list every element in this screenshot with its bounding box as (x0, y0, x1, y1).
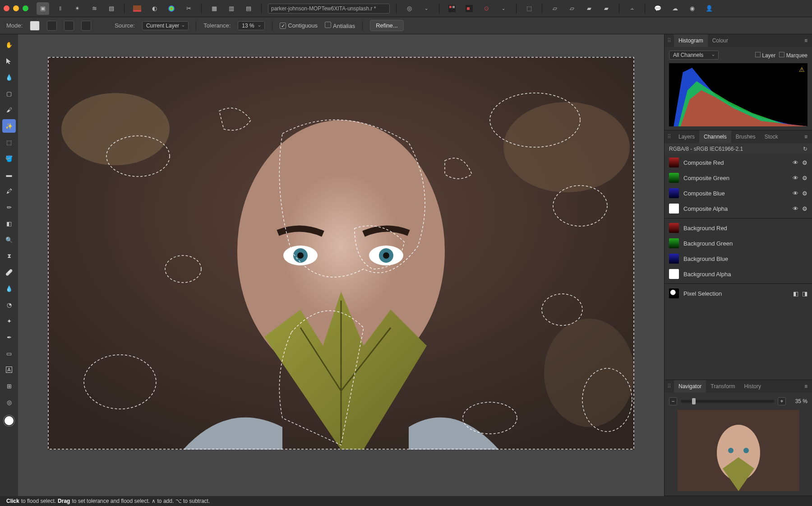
tab-histogram[interactable]: Histogram (674, 34, 708, 47)
clone-tool[interactable]: ⧗ (2, 249, 16, 263)
snap-icon[interactable] (463, 2, 475, 15)
tab-navigator[interactable]: Navigator (674, 380, 706, 393)
channel-row[interactable]: Background Green (664, 236, 812, 251)
channel-row[interactable]: Composite Green👁⚙ (664, 170, 812, 186)
quick-mask-icon[interactable]: ◎ (403, 2, 415, 15)
gradient-tool[interactable]: ▬ (2, 168, 16, 181)
tolerance-input[interactable]: 13 % (238, 21, 265, 30)
navigator-thumbnail[interactable] (678, 410, 799, 491)
tab-brushes[interactable]: Brushes (731, 130, 760, 143)
erase-tool[interactable]: ◧ (2, 217, 16, 230)
assistant-icon[interactable]: ⬚ (523, 2, 535, 15)
photo-persona-icon[interactable]: ▣ (37, 2, 49, 15)
channel-row[interactable]: Composite Alpha👁⚙ (664, 201, 812, 216)
flood-select-tool[interactable]: ✨ (2, 119, 16, 133)
histogram-channels-select[interactable]: All Channels (669, 51, 719, 60)
sync-icon[interactable]: ◉ (686, 2, 698, 15)
mode-add-button[interactable] (47, 21, 57, 31)
canvas-viewport[interactable] (18, 34, 664, 496)
move-tool[interactable] (2, 54, 16, 68)
develop-persona-icon[interactable]: ✴ (71, 2, 83, 15)
clipping-warning-icon[interactable]: ⚠ (799, 66, 805, 73)
document-canvas[interactable] (48, 57, 634, 450)
tab-channels[interactable]: Channels (699, 130, 731, 143)
arrange-front-icon[interactable]: ▰ (600, 2, 613, 15)
panel-menu-icon[interactable]: ≡ (803, 383, 809, 390)
document-filename[interactable]: parker-johnson-MOPTew6XITA-unsplash.r * (268, 4, 390, 14)
mode-intersect-button[interactable] (81, 21, 91, 31)
smudge-tool[interactable]: 💧 (2, 282, 16, 295)
tab-layers[interactable]: Layers (674, 130, 699, 143)
tab-transform[interactable]: Transform (706, 380, 739, 393)
marquee-tool[interactable]: ⬚ (2, 135, 16, 149)
export-persona-icon[interactable]: ▧ (105, 2, 118, 15)
tone-map-persona-icon[interactable]: ≋ (88, 2, 101, 15)
fullscreen-window-button[interactable] (23, 5, 28, 11)
grid-toggle-icon[interactable] (446, 2, 458, 15)
visibility-icon[interactable]: 👁 (793, 190, 798, 197)
zoom-slider[interactable] (681, 400, 774, 403)
antialias-checkbox[interactable]: Antialias (325, 22, 355, 29)
panel-drag-handle[interactable]: ⠿ (667, 37, 671, 44)
close-window-button[interactable] (4, 5, 9, 11)
panel-drag-handle[interactable]: ⠿ (667, 383, 671, 390)
align-icon[interactable]: ⫠ (626, 2, 638, 15)
minimize-window-button[interactable] (13, 5, 19, 11)
layer-checkbox[interactable]: Layer (755, 52, 775, 59)
mesh-tool[interactable]: ⊞ (2, 379, 16, 393)
inpaint-tool[interactable]: 🩹 (2, 265, 16, 279)
reset-profile-icon[interactable]: ↻ (803, 146, 807, 152)
snapping-toggle-icon[interactable]: ⊙ (480, 2, 493, 15)
deselect-icon[interactable]: ▥ (225, 2, 238, 15)
dodge-tool[interactable]: ◔ (2, 298, 16, 311)
flood-fill-tool[interactable]: 🪣 (2, 152, 16, 165)
panel-menu-icon[interactable]: ≡ (803, 37, 809, 44)
arrange-back-icon[interactable]: ▱ (549, 2, 561, 15)
color-wheel-icon[interactable] (165, 2, 178, 15)
zoom-out-button[interactable]: − (669, 397, 677, 405)
tab-history[interactable]: History (740, 380, 766, 393)
selection-brush-tool[interactable]: 🖌 (2, 103, 16, 116)
tab-stock[interactable]: Stock (760, 130, 783, 143)
select-all-icon[interactable]: ▦ (208, 2, 221, 15)
edit-icon[interactable]: ⚙ (802, 190, 807, 197)
edit-icon[interactable]: ⚙ (802, 159, 807, 166)
account-icon[interactable]: 👤 (703, 2, 715, 15)
invert-sel-icon[interactable]: ▤ (242, 2, 255, 15)
visibility-icon[interactable]: 👁 (793, 159, 798, 166)
zoom-in-button[interactable]: + (778, 397, 786, 405)
color-picker-tool[interactable]: 💧 (2, 70, 16, 84)
adjustment-icon[interactable]: ◐ (148, 2, 161, 15)
pixel-tool[interactable]: ✏ (2, 200, 16, 214)
channel-row[interactable]: Composite Red👁⚙ (664, 155, 812, 170)
view-tool[interactable]: ◎ (2, 395, 16, 409)
zoom-tool[interactable]: 🔍 (2, 233, 16, 246)
photo-icon[interactable] (131, 2, 143, 15)
arrange-forward-icon[interactable]: ▰ (583, 2, 595, 15)
visibility-icon[interactable]: 👁 (793, 175, 798, 181)
burn-tool[interactable]: ✦ (2, 314, 16, 328)
arrange-backward-icon[interactable]: ▱ (566, 2, 578, 15)
marquee-checkbox[interactable]: Marquee (779, 52, 807, 59)
pixel-selection-row[interactable]: Pixel Selection◧◨ (664, 286, 812, 301)
hand-tool[interactable]: ✋ (2, 38, 16, 51)
panel-drag-handle[interactable]: ⠿ (667, 134, 671, 140)
dropdown2-icon[interactable]: ⌄ (497, 2, 510, 15)
text-tool[interactable]: A (2, 363, 16, 376)
paint-brush-tool[interactable]: 🖍 (2, 184, 16, 198)
contiguous-checkbox[interactable]: Contiguous (280, 22, 318, 29)
refine-button[interactable]: Refine... (370, 20, 403, 31)
channel-row[interactable]: Background Blue (664, 251, 812, 266)
channel-row[interactable]: Composite Blue👁⚙ (664, 186, 812, 201)
edit-icon[interactable]: ⚙ (802, 205, 807, 212)
load-selection-icon[interactable]: ◨ (802, 290, 807, 297)
mode-subtract-button[interactable] (64, 21, 74, 31)
channel-row[interactable]: Background Alpha (664, 266, 812, 282)
liquify-persona-icon[interactable]: ⦀ (54, 2, 66, 15)
mode-new-button[interactable] (30, 21, 40, 31)
crop-icon[interactable]: ✂ (182, 2, 195, 15)
source-select[interactable]: Current Layer (142, 21, 189, 30)
color-swatch[interactable] (4, 415, 14, 426)
save-selection-icon[interactable]: ◧ (793, 290, 798, 297)
dropdown-icon[interactable]: ⌄ (420, 2, 433, 15)
